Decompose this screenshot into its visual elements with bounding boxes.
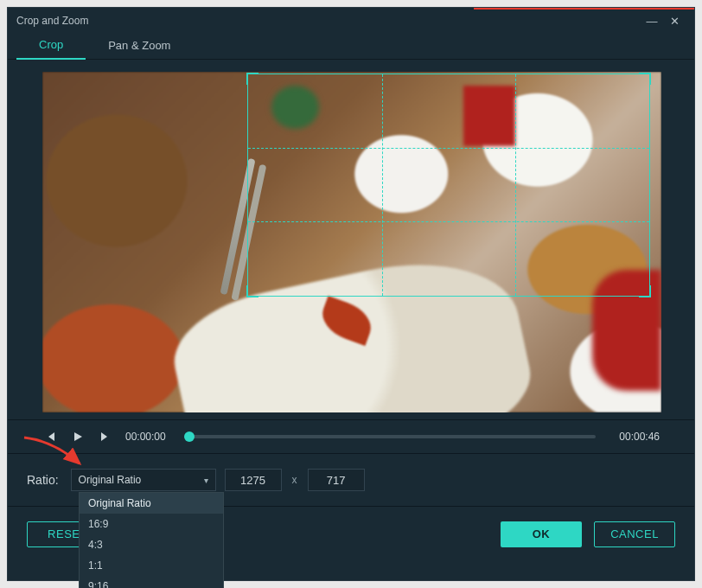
minimize-button[interactable]: — xyxy=(641,15,663,28)
playback-bar: 00:00:00 00:00:46 xyxy=(8,419,694,454)
ratio-select[interactable]: Original Ratio ▾ xyxy=(71,469,216,491)
tab-crop[interactable]: Crop xyxy=(16,33,86,60)
tab-pan-zoom[interactable]: Pan & Zoom xyxy=(86,34,193,59)
crop-width-input[interactable]: 1275 xyxy=(225,469,282,491)
next-frame-button[interactable] xyxy=(98,429,113,444)
ratio-select-value: Original Ratio xyxy=(79,474,142,486)
crop-handle-tl[interactable] xyxy=(246,73,258,85)
ratio-option[interactable]: 4:3 xyxy=(80,534,223,555)
prev-frame-button[interactable] xyxy=(42,429,58,444)
crop-handle-bl[interactable] xyxy=(246,285,258,297)
ok-button[interactable]: OK xyxy=(501,521,582,547)
accent-bar xyxy=(474,8,694,10)
play-button[interactable] xyxy=(70,429,86,444)
playhead[interactable] xyxy=(184,431,195,442)
crop-rectangle[interactable] xyxy=(247,74,650,297)
crop-handle-tr[interactable] xyxy=(639,73,651,85)
cancel-button[interactable]: CANCEL xyxy=(594,521,675,547)
time-current: 00:00:00 xyxy=(125,431,177,443)
time-total: 00:00:46 xyxy=(608,431,660,443)
video-preview[interactable] xyxy=(42,72,661,412)
titlebar: Crop and Zoom — ✕ xyxy=(8,8,694,34)
ratio-option[interactable]: Original Ratio xyxy=(80,493,223,514)
crop-handle-br[interactable] xyxy=(639,285,651,297)
ratio-option[interactable]: 9:16 xyxy=(80,576,223,588)
chevron-down-icon: ▾ xyxy=(204,476,208,485)
ratio-option[interactable]: 1:1 xyxy=(80,555,223,576)
dimension-x: x xyxy=(290,474,299,486)
ratio-option[interactable]: 16:9 xyxy=(80,514,223,534)
timeline[interactable] xyxy=(189,435,596,438)
crop-height-input[interactable]: 717 xyxy=(308,469,365,491)
close-button[interactable]: ✕ xyxy=(663,15,686,28)
ratio-row: Ratio: Original Ratio ▾ 1275 x 717 Origi… xyxy=(8,454,694,506)
ratio-dropdown: Original Ratio 16:9 4:3 1:1 9:16 Custom xyxy=(79,492,224,588)
window-title: Crop and Zoom xyxy=(16,15,88,27)
ratio-label: Ratio: xyxy=(27,473,59,487)
tab-bar: Crop Pan & Zoom xyxy=(8,34,694,60)
